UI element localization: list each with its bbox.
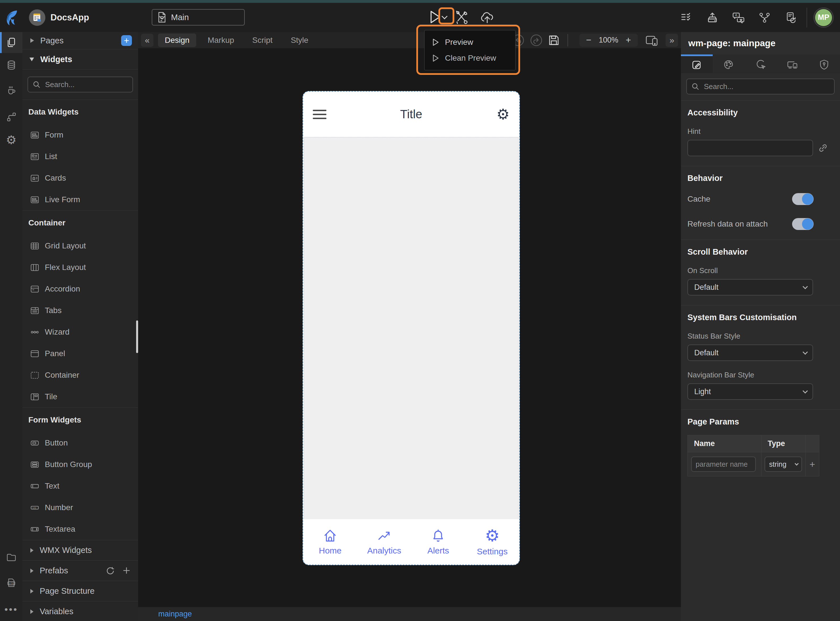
menu-item-clean-preview[interactable]: Clean Preview [425,50,515,66]
widget-item[interactable]: Button [23,432,138,454]
widget-item[interactable]: Button Group [23,454,138,475]
files-icon[interactable] [0,547,23,568]
add-prefab-icon[interactable] [122,566,131,575]
hint-input[interactable] [687,140,813,156]
palette-icon[interactable] [713,55,745,73]
devices-icon[interactable] [776,55,808,73]
widget-item[interactable]: Textarea [23,518,138,540]
add-page-button[interactable]: + [121,35,132,46]
widgets-panel: Pages + Widgets Data Widgets Form [23,32,138,621]
widget-search[interactable] [27,77,133,92]
nav-item-alerts[interactable]: Alerts [411,519,465,565]
translate-icon[interactable]: A [725,11,752,24]
widget-item[interactable]: Text [23,475,138,497]
phone-header-gear-icon[interactable]: ⚙ [496,107,510,122]
widget-item[interactable]: Wizard [23,321,138,343]
widget-item[interactable]: Cards [23,167,138,189]
refresh-toggle[interactable] [792,218,814,230]
zoom-out-button[interactable]: − [586,35,592,45]
java-services-icon[interactable] [0,80,23,101]
status-bar-style-select[interactable]: Default [687,345,813,361]
section-label: Variables [40,607,73,616]
widgets-section-header[interactable]: Widgets [23,49,138,70]
nav-item-home[interactable]: Home [303,519,357,565]
top-bar: DocsApp Main [0,3,840,32]
tab-markup[interactable]: Markup [201,33,241,47]
widget-item[interactable]: Accordion [23,278,138,300]
export-icon[interactable] [699,11,725,24]
accordion-icon [30,285,39,293]
widget-item[interactable]: Form [23,124,138,146]
database-icon[interactable] [0,55,23,76]
zoom-level: 100% [599,36,618,44]
version-branch-icon[interactable] [752,11,778,24]
widget-item[interactable]: Container [23,364,138,386]
top-accent-strip [0,0,840,3]
search-icon [692,83,699,91]
panel-scrollbar-thumb[interactable] [136,320,138,353]
user-avatar[interactable]: MP [813,8,834,28]
pointer-icon[interactable] [745,55,776,73]
tab-script[interactable]: Script [245,33,280,47]
settings-icon[interactable]: ⚙ [0,130,23,151]
widget-search-input[interactable] [44,80,128,89]
breadcrumb-mainpage[interactable]: mainpage [158,610,192,618]
form-icon [30,131,39,139]
properties-search-input[interactable] [703,82,829,91]
widget-item[interactable]: Panel [23,343,138,364]
save-button[interactable] [548,35,560,46]
pages-section-header[interactable]: Pages + [23,32,138,49]
connectors-icon[interactable] [0,106,23,127]
widget-item-label: List [45,152,57,161]
publish-cloud-upload-icon[interactable] [480,10,495,24]
tab-design[interactable]: Design [158,33,196,47]
widget-item[interactable]: List [23,146,138,167]
edit-icon[interactable] [681,55,713,73]
redo-button[interactable] [530,34,542,47]
widget-item[interactable]: Live Form [23,189,138,211]
navigation-bar-style-select[interactable]: Light [687,383,813,400]
phone-mockup[interactable]: Title ⚙ Home Analytics A [303,91,520,565]
tools-icon[interactable] [455,10,468,24]
expand-right-panel-button[interactable]: » [666,34,678,47]
add-param-button[interactable]: + [806,452,819,476]
phone-content-area[interactable] [304,137,519,520]
page-structure-section[interactable]: Page Structure [23,581,138,601]
nav-item-analytics[interactable]: Analytics [357,519,412,565]
widget-item[interactable]: Tabs [23,300,138,321]
param-name-input[interactable] [691,456,756,472]
param-type-select[interactable]: string [764,456,802,472]
wmx-widgets-section[interactable]: WMX Widgets [23,540,138,560]
variables-section[interactable]: Variables [23,601,138,621]
device-preview-icon[interactable] [645,34,659,47]
pages-icon[interactable] [0,32,23,53]
checklist-icon[interactable] [673,11,699,24]
widget-item[interactable]: 123 Number [23,497,138,518]
zoom-in-button[interactable]: + [626,35,631,45]
menu-item-preview[interactable]: Preview [425,34,515,50]
prefabs-section[interactable]: Prefabs [23,560,138,581]
shield-icon[interactable] [808,55,840,73]
cache-toggle[interactable] [792,193,814,205]
cache-label: Cache [687,194,792,204]
logs-icon[interactable]: LOG [0,572,23,593]
widget-item[interactable]: Flex Layout [23,257,138,278]
widget-item-label: Wizard [45,327,70,336]
widget-item[interactable]: Tile [23,386,138,407]
bind-link-icon[interactable] [818,143,828,153]
doc-sync-icon[interactable] [778,11,804,24]
properties-search[interactable] [686,79,835,94]
phone-page-title[interactable]: Title [303,108,519,121]
nav-item-settings[interactable]: ⚙ Settings [465,519,519,565]
page-selector[interactable]: Main [152,9,245,26]
widget-item[interactable]: Grid Layout [23,235,138,257]
collapse-left-panel-button[interactable]: « [141,34,153,47]
tab-style[interactable]: Style [284,33,315,47]
page-params-row: string + [688,452,819,476]
run-button[interactable] [429,10,441,24]
on-scroll-select[interactable]: Default [687,279,813,295]
list-icon [30,153,39,161]
refresh-icon[interactable] [106,566,115,576]
more-icon[interactable]: ••• [0,599,23,620]
preview-chevron-button[interactable] [442,14,446,18]
